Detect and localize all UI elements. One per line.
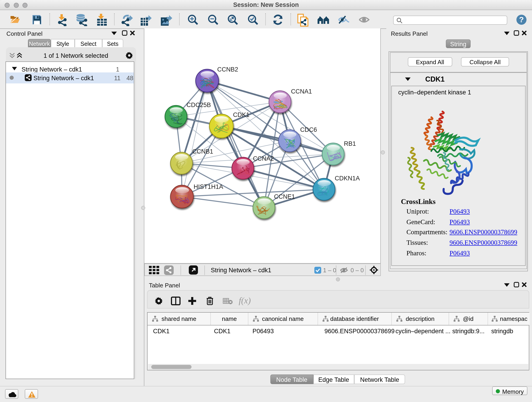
svg-text:CDC25B: CDC25B bbox=[186, 102, 211, 108]
svg-text:CDKN1A: CDKN1A bbox=[335, 175, 360, 182]
svg-text:RB1: RB1 bbox=[344, 140, 356, 147]
svg-text:CCNB1: CCNB1 bbox=[192, 148, 213, 155]
svg-text:CCNE1: CCNE1 bbox=[274, 193, 295, 200]
svg-text:CCNB2: CCNB2 bbox=[217, 66, 238, 73]
svg-text:CDC6: CDC6 bbox=[300, 126, 317, 133]
svg-text:CCNA1: CCNA1 bbox=[291, 88, 312, 95]
svg-text:?: ? bbox=[519, 15, 524, 24]
svg-text:CDK1: CDK1 bbox=[233, 111, 249, 118]
svg-text:CCNA2: CCNA2 bbox=[253, 155, 274, 162]
svg-text:HIST1H1A: HIST1H1A bbox=[194, 183, 223, 190]
